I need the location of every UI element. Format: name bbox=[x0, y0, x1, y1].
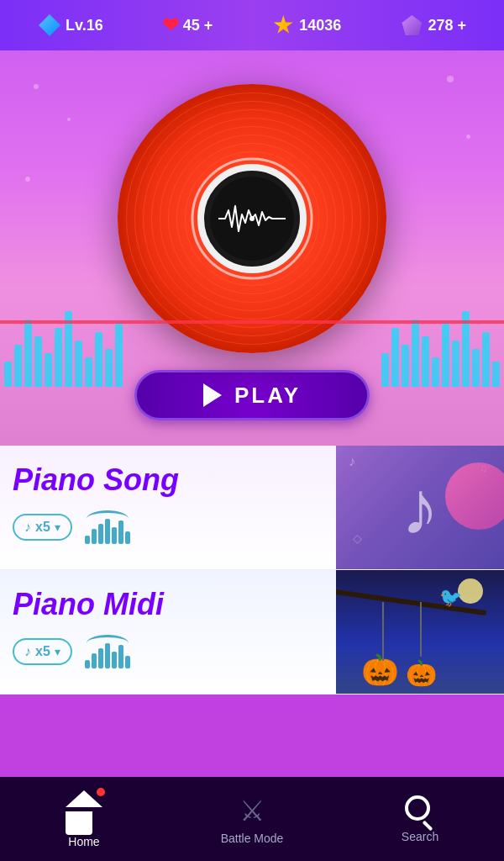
circle-decoration bbox=[445, 462, 504, 530]
chevron-down-icon: ▾ bbox=[55, 520, 60, 534]
waveform-svg bbox=[218, 202, 286, 235]
nav-item-home[interactable]: Home bbox=[0, 777, 168, 861]
pumpkin-2: 🎃 bbox=[406, 658, 437, 688]
battle-icon: ⚔ bbox=[239, 794, 265, 827]
main-area: PLAY bbox=[0, 50, 504, 446]
song-controls-piano-midi: ♪ x5 ▾ bbox=[13, 635, 323, 668]
song-title-piano-song: Piano Song bbox=[13, 462, 323, 498]
gems-stat: 278 + bbox=[400, 13, 466, 37]
deco-note-3: ◇ bbox=[353, 531, 362, 545]
sparkle bbox=[25, 177, 30, 182]
sparkle bbox=[67, 118, 71, 121]
hearts-stat: ❤ 45 + bbox=[162, 13, 213, 37]
gold-stat: 14036 bbox=[271, 13, 341, 37]
song-info-piano-song: Piano Song ♪ x5 ▾ bbox=[0, 446, 336, 569]
search-icon bbox=[405, 795, 435, 826]
sparkle bbox=[34, 84, 39, 89]
play-button[interactable]: PLAY bbox=[134, 370, 370, 420]
string-1 bbox=[382, 602, 384, 661]
nav-label-search: Search bbox=[402, 830, 438, 843]
top-bar: Lv.16 ❤ 45 + 14036 278 + bbox=[0, 0, 504, 50]
pumpkins: 🎃 🎃 bbox=[361, 652, 437, 688]
nav-label-battle: Battle Mode bbox=[221, 832, 284, 845]
song-item-piano-song[interactable]: Piano Song ♪ x5 ▾ bbox=[0, 446, 504, 570]
music-count-button-piano-midi[interactable]: ♪ x5 ▾ bbox=[13, 638, 72, 665]
diamond-icon bbox=[38, 13, 61, 37]
music-note-icon-2: ♪ bbox=[24, 644, 31, 659]
deco-note-1: ♪ bbox=[349, 454, 355, 469]
song-info-piano-midi: Piano Midi ♪ x5 ▾ bbox=[0, 570, 336, 694]
gold-icon bbox=[271, 13, 295, 37]
svg-point-0 bbox=[249, 216, 255, 221]
nav-item-battle[interactable]: ⚔ Battle Mode bbox=[168, 777, 336, 861]
song-controls-piano-song: ♪ x5 ▾ bbox=[13, 510, 323, 544]
song-thumbnail-piano-song: ♪ ♫ ◇ ♪ bbox=[336, 446, 504, 570]
chevron-down-icon-2: ▾ bbox=[55, 645, 60, 658]
heart-icon: ❤ bbox=[162, 13, 179, 37]
gem-icon bbox=[400, 13, 423, 37]
song-list: Piano Song ♪ x5 ▾ bbox=[0, 446, 504, 777]
gems-value: 278 bbox=[428, 17, 453, 34]
bottom-nav: Home ⚔ Battle Mode Search bbox=[0, 777, 504, 861]
nav-item-search[interactable]: Search bbox=[336, 777, 504, 861]
red-line bbox=[0, 320, 504, 324]
level-text: Lv.16 bbox=[66, 17, 103, 34]
sparkle bbox=[447, 76, 454, 82]
song-item-piano-midi[interactable]: Piano Midi ♪ x5 ▾ bbox=[0, 570, 504, 695]
gold-value: 14036 bbox=[299, 17, 341, 34]
play-triangle-icon bbox=[203, 383, 222, 407]
vinyl-record bbox=[118, 84, 386, 353]
pumpkin-1: 🎃 bbox=[361, 652, 399, 688]
chart-icon-piano-midi[interactable] bbox=[85, 635, 135, 668]
home-icon bbox=[66, 790, 102, 831]
hearts-value: 45 bbox=[183, 17, 200, 34]
count-text-piano-midi: x5 bbox=[35, 644, 50, 659]
string-2 bbox=[420, 602, 422, 657]
level-stat: Lv.16 bbox=[38, 13, 103, 37]
nav-label-home: Home bbox=[68, 835, 99, 848]
chart-icon-piano-song[interactable] bbox=[85, 510, 135, 544]
crow-icon: 🐦 bbox=[439, 587, 462, 609]
play-label: PLAY bbox=[234, 383, 301, 409]
gems-plus-button[interactable]: + bbox=[457, 17, 466, 34]
hearts-plus-button[interactable]: + bbox=[204, 17, 213, 34]
sparkle bbox=[466, 135, 470, 139]
music-count-button-piano-song[interactable]: ♪ x5 ▾ bbox=[13, 514, 72, 541]
music-note-icon: ♪ bbox=[24, 520, 31, 535]
count-text-piano-song: x5 bbox=[35, 520, 50, 535]
song-title-piano-midi: Piano Midi bbox=[13, 587, 323, 622]
song-thumbnail-piano-midi: 🐦 🎃 🎃 bbox=[336, 570, 504, 695]
big-music-note: ♪ bbox=[402, 470, 439, 546]
